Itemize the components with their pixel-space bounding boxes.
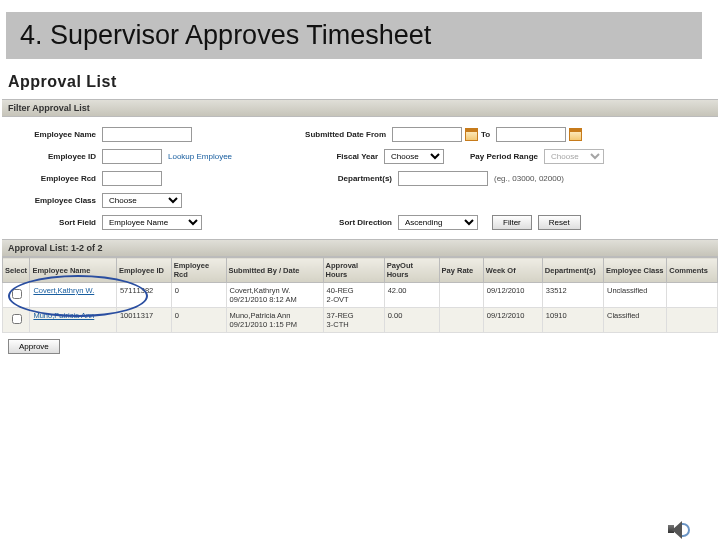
cell-payout-hours: 0.00	[384, 308, 439, 333]
col-approval-hours: Approval Hours	[323, 258, 384, 283]
cell-emp-class: Unclassified	[604, 283, 667, 308]
results-bar: Approval List: 1-2 of 2	[2, 239, 718, 257]
cell-emp-rcd: 0	[171, 308, 226, 333]
col-select: Select	[3, 258, 30, 283]
cell-comments	[667, 308, 718, 333]
employee-name-link[interactable]: Muno,Patricia Ann	[33, 311, 94, 320]
cell-payout-hours: 42.00	[384, 283, 439, 308]
cell-depts: 10910	[542, 308, 603, 333]
calendar-icon[interactable]	[569, 128, 582, 141]
submitted-from-input[interactable]	[392, 127, 462, 142]
label-to: To	[481, 130, 496, 139]
lookup-employee-link[interactable]: Lookup Employee	[162, 152, 238, 161]
cell-pay-rate	[439, 283, 483, 308]
cell-week-of: 09/12/2010	[483, 308, 542, 333]
col-payout-hours: PayOut Hours	[384, 258, 439, 283]
employee-name-link[interactable]: Covert,Kathryn W.	[33, 286, 94, 295]
label-employee-id: Employee ID	[6, 152, 102, 161]
employee-class-select[interactable]: Choose	[102, 193, 182, 208]
table-row: Muno,Patricia Ann100113170Muno,Patricia …	[3, 308, 718, 333]
col-emp-rcd: Employee Rcd	[171, 258, 226, 283]
page-title: Approval List	[2, 67, 718, 99]
label-departments: Department(s)	[278, 174, 398, 183]
departments-input[interactable]	[398, 171, 488, 186]
approve-button[interactable]: Approve	[8, 339, 60, 354]
filter-section-bar: Filter Approval List	[2, 99, 718, 117]
cell-pay-rate	[439, 308, 483, 333]
col-submitted: Submitted By / Date	[226, 258, 323, 283]
label-employee-class: Employee Class	[6, 196, 102, 205]
label-sort-direction: Sort Direction	[278, 218, 398, 227]
cell-emp-id: 10011317	[116, 308, 171, 333]
employee-rcd-input[interactable]	[102, 171, 162, 186]
cell-week-of: 09/12/2010	[483, 283, 542, 308]
cell-emp-class: Classified	[604, 308, 667, 333]
table-row: Covert,Kathryn W.571113820Covert,Kathryn…	[3, 283, 718, 308]
filter-button[interactable]: Filter	[492, 215, 532, 230]
col-comments: Comments	[667, 258, 718, 283]
sort-field-select[interactable]: Employee Name	[102, 215, 202, 230]
cell-submitted: Covert,Kathryn W. 09/21/2010 8:12 AM	[226, 283, 323, 308]
label-submitted-from: Submitted Date From	[272, 130, 392, 139]
slide-title: 4. Supervisor Approves Timesheet	[6, 12, 702, 59]
label-pay-period: Pay Period Range	[444, 152, 544, 161]
label-employee-name: Employee Name	[6, 130, 102, 139]
cell-submitted: Muno,Patricia Ann 09/21/2010 1:15 PM	[226, 308, 323, 333]
reset-button[interactable]: Reset	[538, 215, 581, 230]
col-pay-rate: Pay Rate	[439, 258, 483, 283]
speaker-icon	[668, 520, 690, 540]
filter-form: Employee Name Submitted Date From To Emp…	[2, 117, 718, 237]
cell-emp-rcd: 0	[171, 283, 226, 308]
col-depts: Department(s)	[542, 258, 603, 283]
cell-emp-id: 57111382	[116, 283, 171, 308]
pay-period-select[interactable]: Choose	[544, 149, 604, 164]
col-emp-name: Employee Name	[30, 258, 116, 283]
col-emp-id: Employee ID	[116, 258, 171, 283]
departments-hint: (eg., 03000, 02000)	[488, 174, 564, 183]
label-sort-field: Sort Field	[6, 218, 102, 227]
col-emp-class: Employee Class	[604, 258, 667, 283]
cell-comments	[667, 283, 718, 308]
employee-name-input[interactable]	[102, 127, 192, 142]
calendar-icon[interactable]	[465, 128, 478, 141]
label-employee-rcd: Employee Rcd	[6, 174, 102, 183]
employee-id-input[interactable]	[102, 149, 162, 164]
fiscal-year-select[interactable]: Choose	[384, 149, 444, 164]
approval-grid: Select Employee Name Employee ID Employe…	[2, 257, 718, 333]
col-week-of: Week Of	[483, 258, 542, 283]
sort-direction-select[interactable]: Ascending	[398, 215, 478, 230]
row-checkbox[interactable]	[12, 289, 22, 299]
cell-depts: 33512	[542, 283, 603, 308]
cell-approval-hours: 37-REG 3-CTH	[323, 308, 384, 333]
label-fiscal-year: Fiscal Year	[264, 152, 384, 161]
row-checkbox[interactable]	[12, 314, 22, 324]
submitted-to-input[interactable]	[496, 127, 566, 142]
cell-approval-hours: 40-REG 2-OVT	[323, 283, 384, 308]
